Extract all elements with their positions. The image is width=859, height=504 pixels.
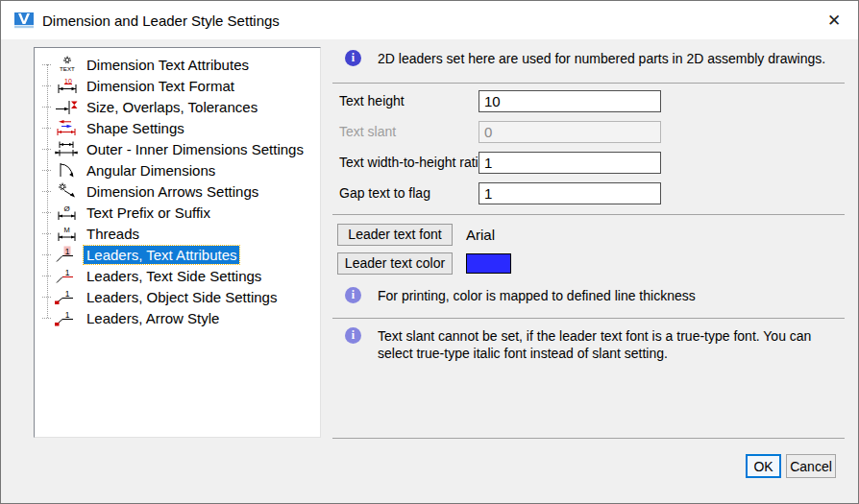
tree-item-label: Dimension Text Format	[84, 77, 237, 95]
cancel-button[interactable]: Cancel	[786, 454, 836, 478]
tree-item-size-overlaps-tolerances[interactable]: Size, Overlaps, Tolerances	[35, 96, 320, 117]
tree-item-label: Text Prefix or Suffix	[84, 204, 213, 222]
field-row-text-height: Text height	[332, 90, 845, 112]
close-icon[interactable]: ✕	[820, 6, 848, 35]
info-icon: i	[345, 50, 361, 66]
text-prefix-suffix-icon: Ø	[52, 204, 81, 221]
svg-text:1: 1	[65, 310, 70, 320]
text-slant-label: Text slant	[339, 121, 396, 143]
gap-text-flag-input[interactable]	[479, 182, 661, 204]
tree-item-label: Leaders, Text Side Settings	[84, 267, 264, 285]
info-text-top: 2D leaders set here are used for numbere…	[378, 50, 825, 67]
tree-item-label: Angular Dimensions	[84, 161, 218, 180]
ok-button[interactable]: OK	[746, 454, 781, 478]
leader-text-color-button[interactable]: Leader text color	[337, 252, 453, 275]
tree-item-label: Leaders, Arrow Style	[84, 309, 222, 327]
window-title: Dimension and Leader Style Settings	[42, 12, 280, 29]
tree-item-label: Dimension Text Attributes	[84, 56, 252, 74]
width-height-ratio-label: Text width-to-height ratio	[339, 152, 486, 174]
tree-item-shape-settings[interactable]: Shape Settings	[35, 117, 320, 138]
tree-item-leaders-text-side[interactable]: 1 Leaders, Text Side Settings	[35, 265, 320, 286]
leaders-text-side-icon: 1	[52, 267, 81, 284]
dimension-text-format-icon: 10	[52, 77, 81, 94]
style-category-tree: TEXT Dimension Text Attributes 10 Dimens…	[34, 47, 321, 438]
field-row-text-slant: Text slant	[332, 121, 845, 143]
tree-item-dimension-text-attributes[interactable]: TEXT Dimension Text Attributes	[35, 54, 320, 75]
tree-item-outer-inner-dimensions[interactable]: Outer - Inner Dimensions Settings	[35, 138, 320, 159]
tree-item-label-selected: Leaders, Text Attributes	[84, 246, 239, 264]
info-text-printing: For printing, color is mapped to defined…	[378, 287, 696, 304]
svg-text:10: 10	[64, 78, 72, 84]
width-height-ratio-input[interactable]	[479, 152, 661, 174]
svg-text:Ø: Ø	[63, 204, 69, 213]
separator	[332, 83, 845, 84]
tree-item-leaders-arrow-style[interactable]: 1 Leaders, Arrow Style	[35, 307, 320, 328]
info-icon: i	[345, 327, 361, 344]
settings-panel: i 2D leaders set here are used for numbe…	[332, 47, 845, 457]
dimension-arrows-icon	[52, 182, 81, 200]
tree-item-leaders-text-attributes[interactable]: 1 Leaders, Text Attributes	[35, 244, 320, 265]
text-slant-input	[479, 121, 661, 143]
leader-text-font-button[interactable]: Leader text font	[337, 224, 453, 246]
separator	[332, 438, 845, 439]
info-icon: i	[345, 287, 361, 303]
tree-item-label: Size, Overlaps, Tolerances	[84, 98, 260, 116]
field-row-gap-text-flag: Gap text to flag	[332, 182, 845, 204]
tree-item-label: Dimension Arrows Settings	[84, 182, 261, 201]
angular-dimensions-icon	[52, 161, 81, 179]
tree-item-angular-dimensions[interactable]: Angular Dimensions	[35, 159, 320, 180]
svg-text:TEXT: TEXT	[60, 65, 75, 72]
app-logo-icon	[14, 12, 34, 29]
field-row-width-height-ratio: Text width-to-height ratio	[332, 152, 845, 174]
info-row-slant: i Text slant cannot be set, if the leade…	[332, 327, 839, 362]
dialog-window: Dimension and Leader Style Settings ✕ TE…	[0, 0, 859, 504]
info-row-printing: i For printing, color is mapped to defin…	[332, 287, 696, 304]
gap-text-flag-label: Gap text to flag	[339, 182, 430, 204]
tree-item-dimension-arrows[interactable]: Dimension Arrows Settings	[35, 180, 320, 202]
tree-item-label: Threads	[84, 225, 142, 243]
outer-inner-dimensions-icon	[52, 140, 81, 157]
svg-text:1: 1	[65, 247, 70, 256]
threads-icon: M	[52, 225, 81, 242]
tree-item-dimension-text-format[interactable]: 10 Dimension Text Format	[35, 75, 320, 96]
tree-item-label: Shape Settings	[84, 119, 187, 137]
leader-font-value: Arial	[466, 224, 495, 246]
text-height-label: Text height	[339, 90, 405, 112]
shape-settings-icon	[52, 119, 81, 136]
svg-text:1: 1	[65, 289, 70, 299]
svg-text:M: M	[63, 226, 69, 234]
leaders-arrow-style-icon: 1	[52, 309, 81, 326]
tree-item-text-prefix-suffix[interactable]: Ø Text Prefix or Suffix	[35, 202, 320, 223]
title-bar: Dimension and Leader Style Settings ✕	[1, 1, 858, 39]
separator	[332, 214, 845, 215]
tree-item-threads[interactable]: M Threads	[35, 223, 320, 244]
text-height-input[interactable]	[479, 90, 661, 112]
leader-color-swatch[interactable]	[466, 253, 511, 274]
tree-item-label: Leaders, Object Side Settings	[84, 288, 280, 306]
dimension-text-attributes-icon: TEXT	[52, 56, 81, 73]
svg-text:1: 1	[65, 268, 70, 277]
tree-item-leaders-object-side[interactable]: 1 Leaders, Object Side Settings	[35, 286, 320, 307]
info-text-slant: Text slant cannot be set, if the leader …	[378, 327, 839, 362]
leaders-text-attributes-icon: 1	[52, 246, 81, 263]
info-row-top: i 2D leaders set here are used for numbe…	[332, 50, 825, 67]
tree-item-label: Outer - Inner Dimensions Settings	[84, 140, 307, 158]
size-overlaps-tolerances-icon	[52, 98, 81, 115]
separator	[332, 318, 845, 319]
leaders-object-side-icon: 1	[52, 288, 81, 305]
